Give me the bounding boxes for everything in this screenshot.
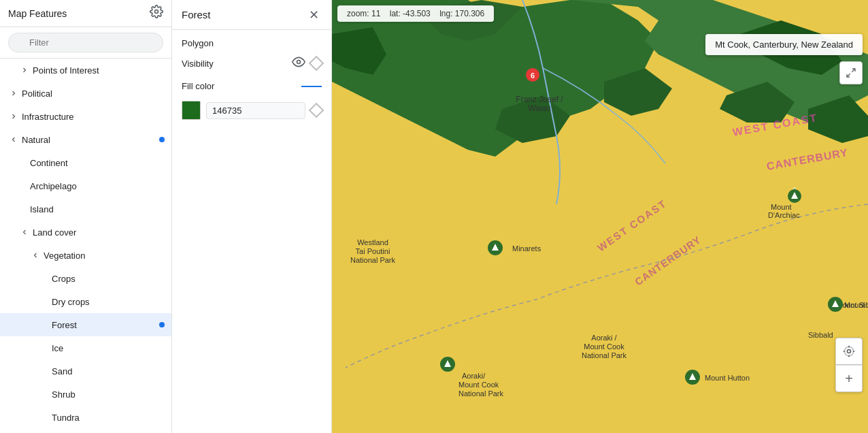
zoom-label: zoom: <box>347 9 369 18</box>
map-coordinates: zoom: 11 lat: -43.503 lng: 170.306 <box>337 5 494 22</box>
sidebar-item-dry-crops[interactable]: Dry crops <box>0 290 171 313</box>
fill-color-row-header: Fill color <box>182 81 322 91</box>
svg-text:Mount Sibbald: Mount Sibbald <box>844 301 868 309</box>
zoom-value: 11 <box>371 9 380 18</box>
svg-text:Sibbald: Sibbald <box>808 331 833 339</box>
tree-item-label: Points of Interest <box>33 65 166 76</box>
filter-box <box>0 27 171 59</box>
sidebar-item-points-of-interest[interactable]: Points of Interest <box>0 59 171 82</box>
svg-point-4 <box>297 61 301 64</box>
svg-text:Mount: Mount <box>771 203 792 211</box>
svg-text:D'Archiac: D'Archiac <box>768 211 800 219</box>
detail-title: Forest <box>182 9 211 20</box>
sidebar-item-natural[interactable]: Natural <box>0 128 171 151</box>
svg-text:National Park: National Park <box>458 389 504 398</box>
fill-color-label: Fill color <box>182 81 214 91</box>
svg-line-52 <box>852 69 855 72</box>
svg-text:Mount Cook: Mount Cook <box>584 342 624 351</box>
sidebar-item-water[interactable]: Water <box>0 429 171 433</box>
zoom-in-button[interactable]: + <box>835 365 863 392</box>
svg-text:6: 6 <box>531 71 535 80</box>
sidebar-header: Map Features <box>0 0 171 27</box>
sidebar-item-land-cover[interactable]: Land cover <box>0 221 171 244</box>
svg-text:Mount Hutton: Mount Hutton <box>705 374 750 382</box>
sidebar-item-sand[interactable]: Sand <box>0 359 171 383</box>
lat-value: -43.503 <box>403 9 431 18</box>
svg-line-53 <box>847 74 850 77</box>
visibility-diamond[interactable] <box>309 56 324 71</box>
sidebar-item-political[interactable]: Political <box>0 82 171 105</box>
tree-item-label: Archipelago <box>30 181 166 191</box>
chevron-icon <box>8 134 19 145</box>
sidebar-item-ice[interactable]: Ice <box>0 336 171 359</box>
location-button[interactable] <box>835 338 863 365</box>
svg-text:Waiau: Waiau <box>528 103 551 113</box>
tree-item-label: Shrub <box>52 389 166 400</box>
expand-button[interactable] <box>839 61 863 84</box>
fill-color-line[interactable] <box>301 86 322 87</box>
sidebar-item-tundra[interactable]: Tundra <box>0 406 171 429</box>
svg-text:Aoraki /: Aoraki / <box>591 334 617 342</box>
map-area[interactable]: WEST COAST CANTERBURY WEST COAST CANTERB… <box>332 0 868 433</box>
svg-text:Westland: Westland <box>357 238 388 246</box>
svg-text:Minarets: Minarets <box>512 244 541 253</box>
tree-item-label: Continent <box>30 158 166 168</box>
visibility-row: Visibility <box>182 55 322 71</box>
tree-item-label: Tundra <box>52 413 166 423</box>
tree-item-label: Political <box>22 89 166 99</box>
svg-text:Mount Cook: Mount Cook <box>458 381 499 389</box>
svg-text:Tai Poutini: Tai Poutini <box>356 247 390 255</box>
svg-point-54 <box>848 350 851 353</box>
svg-text:Aoraki/: Aoraki/ <box>462 372 486 380</box>
tree-item-label: Natural <box>22 135 166 145</box>
location-label: Mt Cook, Canterbury, New Zealand <box>705 34 863 55</box>
fill-color-diamond[interactable] <box>309 103 324 118</box>
fill-color-input-row <box>182 101 322 120</box>
svg-point-0 <box>155 10 158 14</box>
sidebar-item-archipelago[interactable]: Archipelago <box>0 174 171 197</box>
tree-item-label: Crops <box>52 274 166 284</box>
feature-tree: Points of InterestPoliticalInfrastructur… <box>0 59 171 433</box>
detail-panel: Forest ✕ Polygon Visibility Fill color <box>172 0 332 433</box>
sidebar: Map Features Points of InterestPolitical… <box>0 0 172 433</box>
sidebar-title: Map Features <box>8 8 67 19</box>
svg-point-55 <box>844 347 853 355</box>
chevron-icon <box>19 65 30 76</box>
tree-item-label: Ice <box>52 343 166 353</box>
tree-item-label: Vegetation <box>44 251 166 261</box>
settings-icon[interactable] <box>150 5 163 22</box>
lng-label: lng: <box>439 9 452 18</box>
svg-text:National Park: National Park <box>350 256 396 264</box>
sidebar-item-continent[interactable]: Continent <box>0 151 171 174</box>
sidebar-item-infrastructure[interactable]: Infrastructure <box>0 105 171 128</box>
filter-input[interactable] <box>8 33 163 52</box>
sidebar-item-shrub[interactable]: Shrub <box>0 383 171 406</box>
tree-item-label: Infrastructure <box>22 112 166 122</box>
visibility-icon[interactable] <box>292 55 305 71</box>
sidebar-item-crops[interactable]: Crops <box>0 267 171 290</box>
detail-header: Forest ✕ <box>172 0 331 30</box>
chevron-icon <box>8 88 19 99</box>
sidebar-item-vegetation[interactable]: Vegetation <box>0 244 171 267</box>
close-button[interactable]: ✕ <box>305 7 322 23</box>
color-swatch[interactable] <box>182 101 201 120</box>
tree-item-label: Sand <box>52 366 166 376</box>
chevron-icon <box>19 227 30 238</box>
svg-text:National Park: National Park <box>582 351 627 359</box>
tree-item-label: Dry crops <box>52 297 166 307</box>
chevron-icon <box>8 111 19 122</box>
detail-section: Polygon Visibility Fill color <box>172 30 331 138</box>
tree-item-label: Forest <box>52 320 166 330</box>
visibility-label: Visibility <box>182 59 214 69</box>
chevron-icon <box>30 250 41 261</box>
color-hex-input[interactable] <box>206 102 305 119</box>
tree-item-label: Island <box>30 204 166 214</box>
lng-value: 170.306 <box>455 9 484 18</box>
map-svg: WEST COAST CANTERBURY WEST COAST CANTERB… <box>332 0 868 433</box>
polygon-label: Polygon <box>182 38 322 48</box>
svg-text:Franz Josef /: Franz Josef / <box>516 95 563 104</box>
lat-label: lat: <box>390 9 401 18</box>
tree-item-label: Land cover <box>33 227 166 238</box>
sidebar-item-island[interactable]: Island <box>0 197 171 221</box>
sidebar-item-forest[interactable]: Forest <box>0 313 171 336</box>
